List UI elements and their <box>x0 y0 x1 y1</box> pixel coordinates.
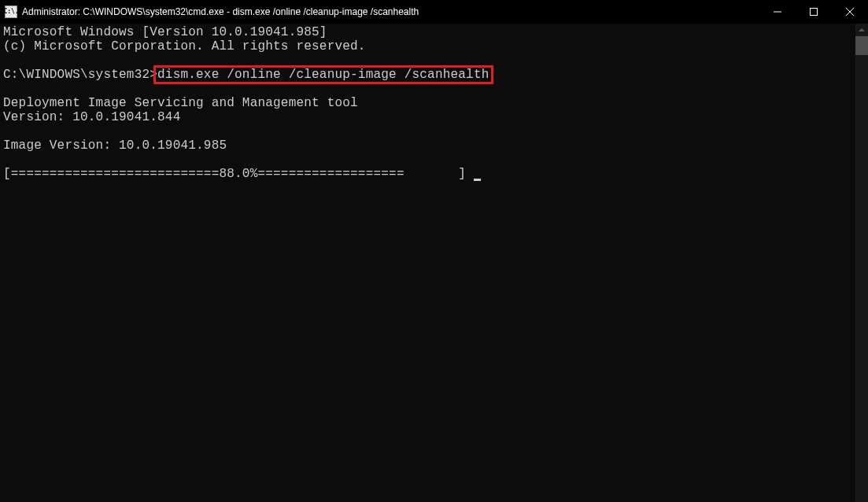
prompt-prefix: C:\WINDOWS\system32> <box>3 68 157 82</box>
cmd-icon: C:\. <box>5 6 17 18</box>
output-line: (c) Microsoft Corporation. All rights re… <box>3 39 366 54</box>
titlebar: C:\. Administrator: C:\WINDOWS\system32\… <box>0 0 868 24</box>
terminal-wrap: Microsoft Windows [Version 10.0.19041.98… <box>0 24 868 502</box>
terminal-output[interactable]: Microsoft Windows [Version 10.0.19041.98… <box>0 24 855 502</box>
scroll-thumb[interactable] <box>855 36 868 55</box>
command-highlight: dism.exe /online /cleanup-image /scanhea… <box>153 65 493 84</box>
scrollbar[interactable] <box>855 24 868 502</box>
close-button[interactable] <box>832 0 868 24</box>
svg-rect-1 <box>811 9 818 16</box>
output-line: Microsoft Windows [Version 10.0.19041.98… <box>3 25 327 39</box>
maximize-button[interactable] <box>796 0 832 24</box>
output-line: Deployment Image Servicing and Managemen… <box>3 96 358 110</box>
output-line: Version: 10.0.19041.844 <box>3 110 180 124</box>
window-controls <box>759 0 868 24</box>
minimize-button[interactable] <box>759 0 796 24</box>
cursor <box>474 179 481 181</box>
command-text: dism.exe /online /cleanup-image /scanhea… <box>157 68 489 82</box>
titlebar-left: C:\. Administrator: C:\WINDOWS\system32\… <box>0 6 419 18</box>
output-line: Image Version: 10.0.19041.985 <box>3 138 227 153</box>
progress-bar: [===========================88.0%=======… <box>3 167 474 181</box>
scroll-up-icon[interactable] <box>855 24 868 36</box>
window-title: Administrator: C:\WINDOWS\system32\cmd.e… <box>22 6 419 17</box>
svg-marker-4 <box>859 28 865 31</box>
